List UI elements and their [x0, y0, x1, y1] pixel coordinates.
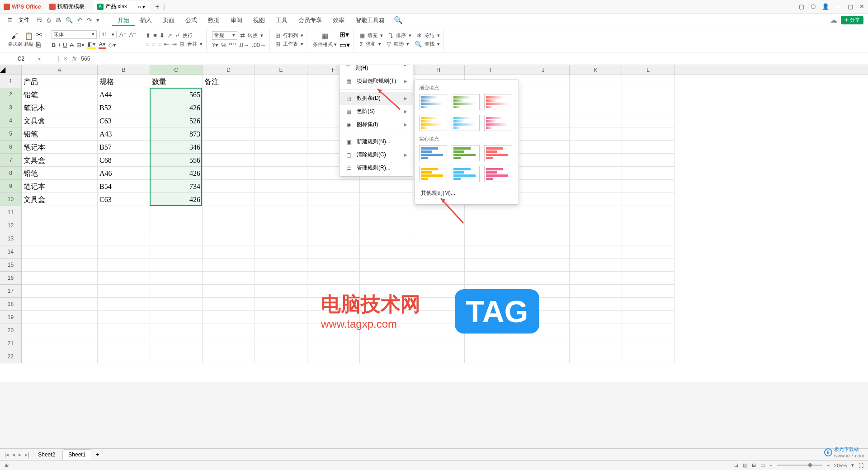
- tab-template[interactable]: 找稻壳模板: [45, 1, 89, 12]
- cell-B3[interactable]: B52: [98, 101, 150, 114]
- cell-J1[interactable]: [517, 75, 570, 88]
- cell-F18[interactable]: [307, 298, 360, 311]
- cell-L6[interactable]: [622, 141, 675, 154]
- cell-B20[interactable]: [98, 324, 150, 337]
- cell-H21[interactable]: [412, 337, 465, 350]
- cell-K8[interactable]: [570, 167, 622, 180]
- menu-数据[interactable]: 数据: [203, 14, 225, 26]
- databar-option[interactable]: [484, 166, 512, 182]
- cell-F15[interactable]: [307, 258, 360, 272]
- cell-I20[interactable]: [465, 324, 517, 337]
- cell-L11[interactable]: [622, 206, 675, 219]
- col-header-J[interactable]: J: [517, 65, 570, 75]
- cell-F19[interactable]: [307, 311, 360, 324]
- menu-视图[interactable]: 视图: [248, 14, 270, 26]
- cell-J20[interactable]: [517, 324, 570, 337]
- cell-L22[interactable]: [622, 350, 675, 363]
- cell-H13[interactable]: [412, 232, 465, 245]
- cell-C21[interactable]: [150, 337, 203, 350]
- convert-icon[interactable]: ⇄: [240, 32, 245, 39]
- cell-H15[interactable]: [412, 258, 465, 272]
- copy-icon[interactable]: ⎘: [36, 41, 42, 49]
- cell-B19[interactable]: [98, 311, 150, 324]
- cell-B2[interactable]: A44: [98, 88, 150, 101]
- cell-A15[interactable]: [22, 258, 98, 272]
- cell-F14[interactable]: [307, 245, 360, 258]
- cell-B12[interactable]: [98, 219, 150, 232]
- cell-E22[interactable]: [255, 350, 307, 363]
- cell-F20[interactable]: [307, 324, 360, 337]
- cell-L14[interactable]: [622, 245, 675, 258]
- col-header-H[interactable]: H: [412, 65, 465, 75]
- cell-A17[interactable]: [22, 285, 98, 298]
- worksheet-icon[interactable]: ⊞: [275, 41, 280, 47]
- add-sheet-button[interactable]: +: [96, 451, 99, 458]
- ctx-清除规则(C)[interactable]: ▢清除规则(C)▶: [340, 148, 413, 161]
- cell-E6[interactable]: [255, 141, 307, 154]
- cell-D2[interactable]: [203, 88, 255, 101]
- col-header-D[interactable]: D: [203, 65, 255, 75]
- cell-D22[interactable]: [203, 350, 255, 363]
- cell-L12[interactable]: [622, 219, 675, 232]
- cell-B16[interactable]: [98, 272, 150, 285]
- cell-L4[interactable]: [622, 114, 675, 127]
- sort-label[interactable]: 排序: [396, 32, 406, 39]
- menu-审阅[interactable]: 审阅: [225, 14, 248, 26]
- cell-D6[interactable]: [203, 141, 255, 154]
- cell-D16[interactable]: [203, 272, 255, 285]
- freeze-icon[interactable]: ❄: [417, 32, 422, 39]
- cell-E8[interactable]: [255, 167, 307, 180]
- indent-dec-icon[interactable]: ⇤: [164, 41, 169, 47]
- cell-F12[interactable]: [307, 219, 360, 232]
- cell-L7[interactable]: [622, 154, 675, 167]
- sort-icon[interactable]: ⇅: [388, 32, 393, 39]
- cell-J7[interactable]: [517, 154, 570, 167]
- cell-G10[interactable]: [360, 193, 412, 206]
- qat-dropdown-icon[interactable]: ▾: [96, 17, 99, 24]
- maximize-button[interactable]: ▢: [848, 3, 853, 10]
- cell-E18[interactable]: [255, 298, 307, 311]
- cell-J3[interactable]: [517, 101, 570, 114]
- cell-J10[interactable]: [517, 193, 570, 206]
- fullscreen-icon[interactable]: ⛶: [859, 463, 863, 468]
- cell-L9[interactable]: [622, 180, 675, 193]
- cell-B4[interactable]: C63: [98, 114, 150, 127]
- cell-E13[interactable]: [255, 232, 307, 245]
- menu-公式[interactable]: 公式: [180, 14, 203, 26]
- cell-G14[interactable]: [360, 245, 412, 258]
- row-header-16[interactable]: 16: [0, 272, 22, 285]
- rows-cols-icon[interactable]: ⊞: [275, 32, 280, 39]
- cell-D18[interactable]: [203, 298, 255, 311]
- table-format-icon[interactable]: ⊞▾: [340, 30, 350, 39]
- databar-option[interactable]: [484, 145, 512, 161]
- col-header-L[interactable]: L: [622, 65, 675, 75]
- paste-button[interactable]: 📋粘贴: [24, 32, 33, 47]
- sum-label[interactable]: 求和: [366, 41, 376, 47]
- row-header-18[interactable]: 18: [0, 298, 22, 311]
- sheet-nav-next[interactable]: ▸: [19, 451, 21, 458]
- row-header-20[interactable]: 20: [0, 324, 22, 337]
- cell-J2[interactable]: [517, 88, 570, 101]
- cell-J21[interactable]: [517, 337, 570, 350]
- cell-K2[interactable]: [570, 88, 622, 101]
- cell-C7[interactable]: 556: [150, 154, 203, 167]
- cell-B22[interactable]: [98, 350, 150, 363]
- save-icon[interactable]: 🖫: [37, 17, 42, 24]
- col-header-I[interactable]: I: [465, 65, 517, 75]
- cell-J8[interactable]: [517, 167, 570, 180]
- cell-E2[interactable]: [255, 88, 307, 101]
- ctx-新建规则(N)...[interactable]: ▣新建规则(N)...: [340, 135, 413, 148]
- row-header-2[interactable]: 2: [0, 88, 22, 101]
- cell-C14[interactable]: [150, 245, 203, 258]
- cell-I18[interactable]: [465, 298, 517, 311]
- cell-D17[interactable]: [203, 285, 255, 298]
- cell-L13[interactable]: [622, 232, 675, 245]
- col-header-C[interactable]: C: [150, 65, 203, 75]
- cell-D13[interactable]: [203, 232, 255, 245]
- cell-H22[interactable]: [412, 350, 465, 363]
- conditional-format-button[interactable]: ▦ 条件格式 ▾: [313, 32, 337, 48]
- cell-C17[interactable]: [150, 285, 203, 298]
- cell-A20[interactable]: [22, 324, 98, 337]
- cell-J19[interactable]: [517, 311, 570, 324]
- databar-option[interactable]: [419, 115, 447, 131]
